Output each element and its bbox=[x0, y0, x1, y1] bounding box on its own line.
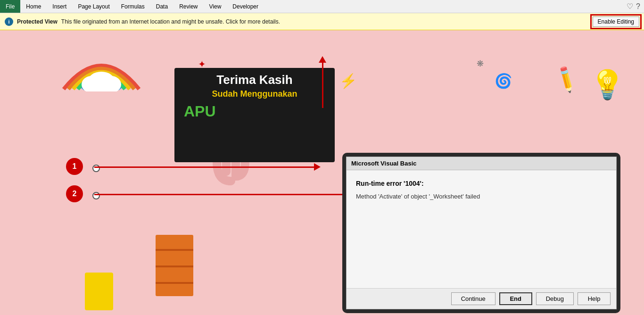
dot-1 bbox=[92, 165, 100, 172]
tab-formulas[interactable]: Formulas bbox=[116, 0, 150, 13]
lightning-decoration: ⚡ bbox=[339, 73, 357, 89]
tab-developer[interactable]: Developer bbox=[227, 0, 264, 13]
dialog-error-title: Run-time error '1004': bbox=[356, 180, 607, 187]
protected-view-bar: i Protected View This file originated fr… bbox=[0, 13, 644, 30]
shelf-1 bbox=[156, 249, 193, 251]
circle-marker-2: 2 bbox=[66, 185, 83, 202]
bulb-decoration: 💡 bbox=[590, 68, 625, 101]
dialog-footer: Continue End Debug Help bbox=[347, 288, 616, 309]
ribbon-tab-bar: File Home Insert Page Layout Formulas Da… bbox=[0, 0, 644, 13]
tab-view[interactable]: View bbox=[204, 0, 227, 13]
rainbow-svg bbox=[61, 40, 141, 91]
dialog-body: Run-time error '1004': Method 'Activate'… bbox=[347, 170, 616, 288]
dialog-title: Microsoft Visual Basic bbox=[351, 160, 416, 167]
enable-editing-button[interactable]: Enable Editing bbox=[593, 17, 639, 27]
pencil-cup-decoration bbox=[85, 273, 113, 310]
slide-apt: APU bbox=[174, 103, 335, 120]
ribbon: File Home Insert Page Layout Formulas Da… bbox=[0, 0, 644, 13]
arrow-up bbox=[322, 61, 323, 108]
svg-point-3 bbox=[88, 72, 115, 91]
vba-dialog-overlay: Microsoft Visual Basic Run-time error '1… bbox=[342, 153, 620, 313]
ribbon-right-icons: ♡ ? bbox=[627, 2, 644, 11]
circle-marker-1: 1 bbox=[66, 158, 83, 175]
main-content: ⚡ 🌀 ✏️ 💡 ✦ ❋ Terima Kasih Sudah Mengguna… bbox=[0, 30, 644, 315]
dialog-titlebar: Microsoft Visual Basic bbox=[347, 157, 616, 170]
tab-data[interactable]: Data bbox=[150, 0, 173, 13]
protected-label: Protected View bbox=[17, 18, 58, 25]
dialog-error-message: Method 'Activate' of object '_Worksheet'… bbox=[356, 192, 607, 201]
shelf-2 bbox=[156, 265, 193, 267]
bookshelf-decoration bbox=[156, 235, 193, 296]
vba-dialog: Microsoft Visual Basic Run-time error '1… bbox=[346, 157, 617, 309]
star-decoration-2: ❋ bbox=[477, 58, 484, 69]
dot-2 bbox=[92, 192, 100, 199]
dialog-continue-button[interactable]: Continue bbox=[451, 292, 495, 305]
protected-message: This file originated from an Internet lo… bbox=[61, 18, 589, 25]
dialog-end-button[interactable]: End bbox=[499, 292, 532, 305]
dialog-debug-button[interactable]: Debug bbox=[536, 292, 574, 305]
shelf-3 bbox=[156, 282, 193, 284]
swirl-decoration: 🌀 bbox=[495, 73, 512, 89]
pencil-decoration: ✏️ bbox=[551, 64, 582, 95]
dialog-help-button[interactable]: Help bbox=[578, 292, 611, 305]
tab-insert[interactable]: Insert bbox=[47, 0, 72, 13]
arrow-h1 bbox=[94, 166, 316, 168]
slide-subtitle: Sudah Menggunakan bbox=[174, 89, 335, 99]
slide-content: Terima Kasih Sudah Menggunakan APU bbox=[174, 68, 335, 162]
rainbow-decoration bbox=[61, 40, 141, 91]
tab-file[interactable]: File bbox=[0, 0, 20, 13]
tab-review[interactable]: Review bbox=[173, 0, 203, 13]
info-icon: i bbox=[5, 17, 13, 26]
heart-icon[interactable]: ♡ bbox=[627, 2, 633, 11]
help-icon[interactable]: ? bbox=[636, 2, 640, 11]
tab-page-layout[interactable]: Page Layout bbox=[72, 0, 115, 13]
slide-title: Terima Kasih bbox=[174, 68, 335, 87]
tab-home[interactable]: Home bbox=[20, 0, 47, 13]
